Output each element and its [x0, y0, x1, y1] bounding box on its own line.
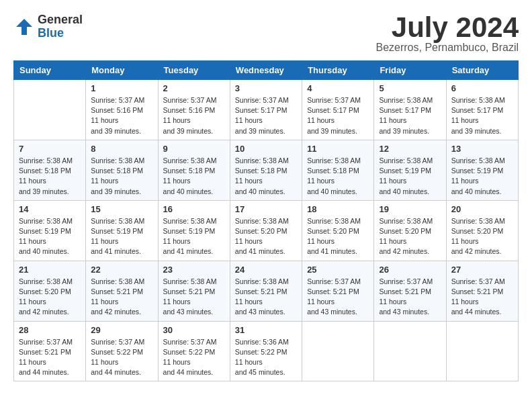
table-row: 23Sunrise: 5:38 AMSunset: 5:21 PM11 hour… — [158, 261, 230, 321]
calendar-week-row: 1Sunrise: 5:37 AMSunset: 5:16 PM11 hours… — [14, 80, 519, 140]
page-header: General Blue July 2024 Bezerros, Pernamb… — [13, 13, 519, 54]
table-row: 31Sunrise: 5:36 AMSunset: 5:22 PM11 hour… — [230, 321, 302, 381]
svg-marker-0 — [16, 19, 32, 35]
day-info: Sunrise: 5:38 AMSunset: 5:18 PM11 hoursa… — [19, 156, 81, 197]
calendar-week-row: 28Sunrise: 5:37 AMSunset: 5:21 PM11 hour… — [14, 321, 519, 381]
table-row — [374, 321, 446, 381]
day-number: 3 — [235, 83, 297, 93]
table-row: 11Sunrise: 5:38 AMSunset: 5:18 PM11 hour… — [302, 140, 374, 200]
day-info: Sunrise: 5:38 AMSunset: 5:19 PM11 hoursa… — [451, 156, 513, 197]
table-row — [302, 321, 374, 381]
day-number: 4 — [307, 83, 369, 93]
table-row: 10Sunrise: 5:38 AMSunset: 5:18 PM11 hour… — [230, 140, 302, 200]
calendar-subtitle: Bezerros, Pernambuco, Brazil — [375, 42, 519, 54]
table-row: 29Sunrise: 5:37 AMSunset: 5:22 PM11 hour… — [86, 321, 158, 381]
day-info: Sunrise: 5:38 AMSunset: 5:19 PM11 hoursa… — [379, 156, 441, 197]
day-number: 23 — [163, 265, 225, 275]
day-info: Sunrise: 5:38 AMSunset: 5:18 PM11 hoursa… — [235, 156, 297, 197]
day-info: Sunrise: 5:38 AMSunset: 5:20 PM11 hoursa… — [379, 216, 441, 257]
day-number: 30 — [163, 325, 225, 335]
calendar-week-row: 7Sunrise: 5:38 AMSunset: 5:18 PM11 hours… — [14, 140, 519, 200]
header-wednesday: Wednesday — [230, 61, 302, 80]
table-row: 9Sunrise: 5:38 AMSunset: 5:18 PM11 hours… — [158, 140, 230, 200]
day-number: 17 — [235, 204, 297, 214]
header-sunday: Sunday — [14, 61, 86, 80]
day-number: 13 — [451, 144, 513, 154]
table-row: 3Sunrise: 5:37 AMSunset: 5:17 PM11 hours… — [230, 80, 302, 140]
day-number: 9 — [163, 144, 225, 154]
day-info: Sunrise: 5:37 AMSunset: 5:21 PM11 hoursa… — [307, 277, 369, 318]
table-row: 22Sunrise: 5:38 AMSunset: 5:21 PM11 hour… — [86, 261, 158, 321]
table-row: 15Sunrise: 5:38 AMSunset: 5:19 PM11 hour… — [86, 200, 158, 261]
day-number: 5 — [379, 83, 441, 93]
calendar-title: July 2024 — [375, 13, 519, 42]
day-number: 8 — [91, 144, 152, 154]
day-info: Sunrise: 5:38 AMSunset: 5:17 PM11 hoursa… — [451, 95, 513, 136]
day-number: 26 — [379, 265, 441, 275]
table-row: 13Sunrise: 5:38 AMSunset: 5:19 PM11 hour… — [446, 140, 518, 200]
day-info: Sunrise: 5:38 AMSunset: 5:20 PM11 hoursa… — [307, 216, 369, 257]
day-number: 11 — [307, 144, 369, 154]
day-number: 2 — [163, 83, 225, 93]
table-row: 6Sunrise: 5:38 AMSunset: 5:17 PM11 hours… — [446, 80, 518, 140]
day-number: 28 — [19, 325, 81, 335]
table-row: 5Sunrise: 5:38 AMSunset: 5:17 PM11 hours… — [374, 80, 446, 140]
weekday-header-row: Sunday Monday Tuesday Wednesday Thursday… — [14, 61, 519, 80]
table-row: 28Sunrise: 5:37 AMSunset: 5:21 PM11 hour… — [14, 321, 86, 381]
day-number: 10 — [235, 144, 297, 154]
logo-text: General Blue — [38, 13, 83, 40]
calendar-week-row: 14Sunrise: 5:38 AMSunset: 5:19 PM11 hour… — [14, 200, 519, 261]
day-number: 19 — [379, 204, 441, 214]
table-row: 27Sunrise: 5:37 AMSunset: 5:21 PM11 hour… — [446, 261, 518, 321]
day-number: 31 — [235, 325, 297, 335]
table-row: 7Sunrise: 5:38 AMSunset: 5:18 PM11 hours… — [14, 140, 86, 200]
day-info: Sunrise: 5:37 AMSunset: 5:21 PM11 hoursa… — [379, 277, 441, 318]
day-info: Sunrise: 5:37 AMSunset: 5:21 PM11 hoursa… — [451, 277, 513, 318]
day-number: 7 — [19, 144, 81, 154]
table-row: 20Sunrise: 5:38 AMSunset: 5:20 PM11 hour… — [446, 200, 518, 261]
table-row: 25Sunrise: 5:37 AMSunset: 5:21 PM11 hour… — [302, 261, 374, 321]
title-area: July 2024 Bezerros, Pernambuco, Brazil — [375, 13, 519, 54]
day-info: Sunrise: 5:38 AMSunset: 5:20 PM11 hoursa… — [235, 216, 297, 257]
day-number: 16 — [163, 204, 225, 214]
header-monday: Monday — [86, 61, 158, 80]
table-row: 4Sunrise: 5:37 AMSunset: 5:17 PM11 hours… — [302, 80, 374, 140]
day-info: Sunrise: 5:38 AMSunset: 5:20 PM11 hoursa… — [19, 277, 81, 318]
day-number: 6 — [451, 83, 513, 93]
table-row: 14Sunrise: 5:38 AMSunset: 5:19 PM11 hour… — [14, 200, 86, 261]
table-row: 12Sunrise: 5:38 AMSunset: 5:19 PM11 hour… — [374, 140, 446, 200]
table-row: 16Sunrise: 5:38 AMSunset: 5:19 PM11 hour… — [158, 200, 230, 261]
day-info: Sunrise: 5:38 AMSunset: 5:21 PM11 hoursa… — [91, 277, 152, 318]
day-info: Sunrise: 5:38 AMSunset: 5:19 PM11 hoursa… — [19, 216, 81, 257]
header-thursday: Thursday — [302, 61, 374, 80]
day-number: 12 — [379, 144, 441, 154]
day-info: Sunrise: 5:37 AMSunset: 5:16 PM11 hoursa… — [91, 95, 152, 136]
table-row: 24Sunrise: 5:38 AMSunset: 5:21 PM11 hour… — [230, 261, 302, 321]
table-row: 1Sunrise: 5:37 AMSunset: 5:16 PM11 hours… — [86, 80, 158, 140]
day-info: Sunrise: 5:38 AMSunset: 5:19 PM11 hoursa… — [163, 216, 225, 257]
day-number: 1 — [91, 83, 152, 93]
day-number: 20 — [451, 204, 513, 214]
table-row: 30Sunrise: 5:37 AMSunset: 5:22 PM11 hour… — [158, 321, 230, 381]
day-info: Sunrise: 5:36 AMSunset: 5:22 PM11 hoursa… — [235, 337, 297, 378]
day-info: Sunrise: 5:37 AMSunset: 5:17 PM11 hoursa… — [235, 95, 297, 136]
logo-blue: Blue — [38, 27, 83, 40]
day-info: Sunrise: 5:38 AMSunset: 5:21 PM11 hoursa… — [163, 277, 225, 318]
table-row: 18Sunrise: 5:38 AMSunset: 5:20 PM11 hour… — [302, 200, 374, 261]
day-info: Sunrise: 5:38 AMSunset: 5:20 PM11 hoursa… — [451, 216, 513, 257]
day-number: 15 — [91, 204, 152, 214]
day-number: 22 — [91, 265, 152, 275]
day-info: Sunrise: 5:37 AMSunset: 5:21 PM11 hoursa… — [19, 337, 81, 378]
day-number: 24 — [235, 265, 297, 275]
calendar-table: Sunday Monday Tuesday Wednesday Thursday… — [13, 60, 519, 381]
day-number: 25 — [307, 265, 369, 275]
day-number: 27 — [451, 265, 513, 275]
table-row: 21Sunrise: 5:38 AMSunset: 5:20 PM11 hour… — [14, 261, 86, 321]
day-number: 14 — [19, 204, 81, 214]
table-row: 8Sunrise: 5:38 AMSunset: 5:18 PM11 hours… — [86, 140, 158, 200]
day-number: 29 — [91, 325, 152, 335]
logo-icon — [13, 16, 35, 38]
day-info: Sunrise: 5:38 AMSunset: 5:19 PM11 hoursa… — [91, 216, 152, 257]
table-row: 26Sunrise: 5:37 AMSunset: 5:21 PM11 hour… — [374, 261, 446, 321]
header-friday: Friday — [374, 61, 446, 80]
